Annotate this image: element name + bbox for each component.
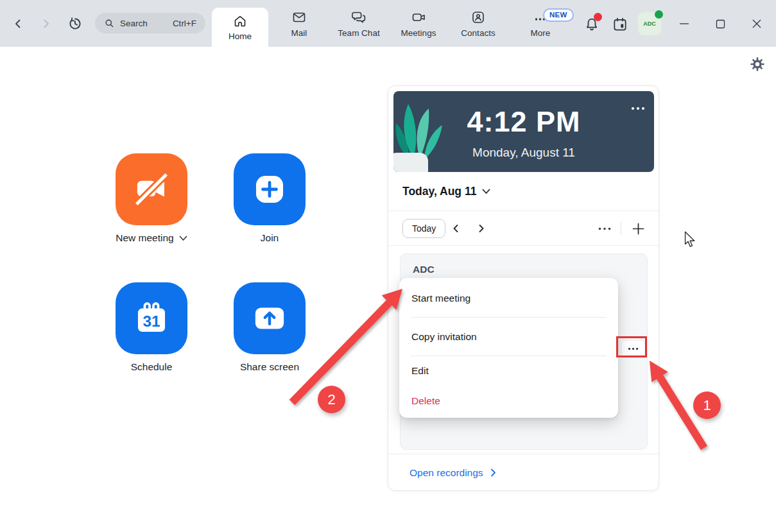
search-input[interactable]: Search Ctrl+F xyxy=(95,13,205,33)
chevron-down-icon xyxy=(482,189,490,194)
share-screen-button[interactable] xyxy=(234,282,306,354)
share-screen-label[interactable]: Share screen xyxy=(202,361,337,373)
back-button[interactable] xyxy=(8,14,28,33)
tab-home-label: Home xyxy=(228,31,252,41)
zoom-app-window: Search Ctrl+F Home Mail Team Chat xyxy=(0,0,776,532)
chevron-left-icon xyxy=(452,224,460,233)
notification-dot xyxy=(594,13,602,21)
settings-button[interactable] xyxy=(750,56,765,72)
toolbar-more-button[interactable] xyxy=(597,221,612,236)
tab-mail-label: Mail xyxy=(291,28,307,38)
open-recordings-link[interactable]: Open recordings xyxy=(388,454,659,491)
ellipsis-icon xyxy=(631,107,645,110)
contacts-icon xyxy=(470,10,486,25)
tab-contacts[interactable]: Contacts xyxy=(450,0,506,47)
chevron-left-icon xyxy=(13,19,23,29)
schedule-day-text: 31 xyxy=(142,313,160,330)
chevron-right-icon xyxy=(41,19,51,29)
today-button[interactable]: Today xyxy=(402,219,445,238)
add-meeting-button[interactable] xyxy=(630,221,646,236)
date-header-dropdown[interactable]: Today, Aug 11 xyxy=(388,172,659,211)
plus-icon xyxy=(632,223,644,235)
tab-more-label-spacer: Contacts xyxy=(461,28,495,38)
history-button[interactable] xyxy=(65,14,85,33)
ellipsis-icon xyxy=(598,227,611,230)
maximize-button[interactable] xyxy=(707,11,733,37)
search-icon xyxy=(104,18,115,29)
schedule-text: Schedule xyxy=(131,361,173,373)
profile-avatar[interactable]: ADC xyxy=(638,12,661,35)
toolbar-separator xyxy=(621,222,621,235)
tab-more[interactable]: More xyxy=(512,0,569,47)
forward-button[interactable] xyxy=(37,14,56,33)
title-bar: Search Ctrl+F Home Mail Team Chat xyxy=(0,0,776,47)
minimize-button[interactable] xyxy=(671,11,697,37)
tab-home[interactable]: Home xyxy=(212,8,268,47)
meeting-context-menu: Start meeting Copy invitation Edit Delet… xyxy=(399,278,618,418)
open-recordings-label: Open recordings xyxy=(410,467,483,479)
home-icon xyxy=(232,13,248,29)
share-screen-text: Share screen xyxy=(240,361,299,373)
tab-meetings-label: Meetings xyxy=(401,28,436,38)
close-icon xyxy=(752,19,762,29)
join-label[interactable]: Join xyxy=(202,232,337,244)
search-placeholder: Search xyxy=(120,19,148,28)
date-header-label: Today, Aug 11 xyxy=(402,185,476,198)
annotation-step-1: 1 xyxy=(693,391,721,419)
tab-team-chat-label: Team Chat xyxy=(338,28,379,38)
history-icon xyxy=(67,15,83,32)
join-button[interactable] xyxy=(234,153,306,225)
mouse-cursor xyxy=(683,231,697,248)
menu-item-edit[interactable]: Edit xyxy=(399,356,618,386)
notifications-button[interactable] xyxy=(582,14,602,35)
step-1-number: 1 xyxy=(703,397,711,414)
calendar-icon xyxy=(612,16,628,33)
chevron-right-icon xyxy=(490,468,496,477)
join-text: Join xyxy=(261,232,279,244)
clock-more-button[interactable] xyxy=(631,101,645,113)
video-off-icon xyxy=(132,169,171,209)
menu-item-start-meeting[interactable]: Start meeting xyxy=(399,279,618,317)
home-side-panel: 4:12 PM Monday, August 11 Today, Aug 11 … xyxy=(388,85,659,491)
avatar-label: ADC xyxy=(643,21,656,27)
team-chat-icon xyxy=(350,10,367,25)
presence-dot xyxy=(655,10,663,19)
new-badge: NEW xyxy=(543,8,574,22)
annotation-highlight-rect xyxy=(616,336,647,357)
share-screen-icon xyxy=(250,298,289,338)
clock-date: Monday, August 11 xyxy=(393,146,654,160)
maximize-icon xyxy=(716,19,725,29)
search-shortcut: Ctrl+F xyxy=(173,19,196,28)
schedule-button[interactable]: 31 xyxy=(116,282,187,354)
calendar-31-icon: 31 xyxy=(132,298,171,338)
clock-card: 4:12 PM Monday, August 11 xyxy=(393,91,654,172)
next-day-button[interactable] xyxy=(474,221,489,236)
new-meeting-text: New meeting xyxy=(116,232,173,244)
tab-meetings[interactable]: Meetings xyxy=(390,0,447,47)
meetings-icon xyxy=(411,10,427,25)
calendar-button[interactable] xyxy=(610,14,630,35)
mail-icon xyxy=(291,10,307,25)
meeting-title: ADC xyxy=(413,264,435,275)
menu-item-delete[interactable]: Delete xyxy=(399,386,618,416)
close-button[interactable] xyxy=(744,11,770,37)
chevron-right-icon xyxy=(478,224,485,233)
annotation-step-2: 2 xyxy=(318,386,345,413)
minimize-icon xyxy=(679,19,689,29)
schedule-label[interactable]: Schedule xyxy=(84,361,219,373)
tab-more-label: More xyxy=(531,28,551,38)
step-2-number: 2 xyxy=(327,391,335,408)
new-meeting-button[interactable] xyxy=(116,153,187,225)
clock-time: 4:12 PM xyxy=(393,105,654,139)
tab-team-chat[interactable]: Team Chat xyxy=(331,0,387,47)
new-meeting-label[interactable]: New meeting xyxy=(84,232,219,244)
annotation-arrow-2 xyxy=(292,289,402,402)
chevron-down-icon xyxy=(179,236,187,241)
tab-mail[interactable]: Mail xyxy=(271,0,327,47)
calendar-toolbar: Today xyxy=(388,211,659,246)
prev-day-button[interactable] xyxy=(448,221,463,236)
menu-item-copy-invitation[interactable]: Copy invitation xyxy=(399,318,618,356)
join-plus-icon xyxy=(250,169,289,209)
gear-icon xyxy=(750,56,765,72)
